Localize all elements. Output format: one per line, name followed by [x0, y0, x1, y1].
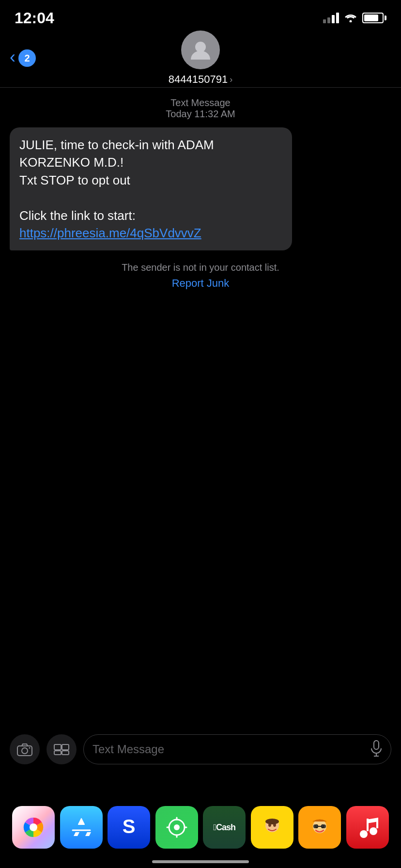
junk-notice: The sender is not in your contact list. …: [10, 262, 391, 290]
junk-notice-text: The sender is not in your contact list.: [10, 262, 391, 273]
svg-rect-4: [54, 744, 61, 750]
message-input[interactable]: Text Message: [83, 734, 391, 764]
svg-rect-7: [62, 751, 69, 755]
message-meta: Text Message Today 11:32 AM: [10, 97, 391, 120]
contact-detail-chevron-icon: ›: [230, 75, 232, 85]
svg-point-19: [174, 824, 180, 830]
message-channel-label: Text Message: [10, 97, 391, 108]
svg-rect-8: [374, 741, 379, 749]
dock: S Cash: [0, 806, 401, 849]
bubble-line1: JULIE, time to check-in with ADAM KORZEN…: [19, 138, 214, 170]
bubble-line3: Click the link to start:: [19, 208, 136, 223]
camera-button[interactable]: [10, 734, 40, 764]
mic-button[interactable]: [370, 740, 382, 759]
report-junk-button[interactable]: Report Junk: [10, 277, 391, 290]
bubble-link[interactable]: https://phreesia.me/4qSbVdvvvZ: [19, 226, 201, 240]
message-input-placeholder: Text Message: [93, 743, 164, 756]
svg-point-2: [22, 748, 28, 754]
message-bubble[interactable]: JULIE, time to check-in with ADAM KORZEN…: [10, 127, 292, 250]
svg-point-33: [370, 827, 377, 835]
input-bar: Text Message: [0, 728, 401, 771]
svg-point-0: [195, 42, 206, 52]
svg-rect-6: [54, 751, 61, 755]
contact-number[interactable]: 8444150791 ›: [169, 73, 232, 86]
message-timestamp: Today 11:32 AM: [10, 108, 391, 120]
dock-memoji2-icon[interactable]: [298, 806, 341, 849]
incoming-message-row: JULIE, time to check-in with ADAM KORZEN…: [10, 127, 391, 250]
svg-text:S: S: [123, 816, 136, 837]
contact-header: 8444150791 ›: [169, 31, 232, 86]
status-bar: 12:04: [0, 0, 401, 29]
back-count-badge: 2: [18, 49, 36, 67]
dock-shazam-icon[interactable]: S: [108, 806, 150, 849]
svg-rect-30: [321, 824, 326, 828]
back-chevron-icon: ‹: [10, 48, 15, 66]
cash-label: Cash: [213, 822, 235, 833]
nav-bar: ‹ 2 8444150791 ›: [0, 29, 401, 87]
svg-rect-5: [62, 744, 69, 750]
apps-button[interactable]: [46, 734, 77, 764]
dock-cash-icon[interactable]: Cash: [203, 806, 246, 849]
dock-appstore-icon[interactable]: [60, 806, 103, 849]
svg-point-32: [360, 830, 368, 838]
svg-rect-29: [313, 824, 318, 828]
dock-findmy-icon[interactable]: [155, 806, 198, 849]
battery-icon: [362, 13, 386, 23]
status-icons: [323, 12, 386, 24]
svg-point-11: [30, 823, 37, 831]
bubble-line2: Txt STOP to opt out: [19, 173, 130, 187]
svg-point-23: [265, 819, 279, 824]
dock-music-icon[interactable]: [346, 806, 389, 849]
back-button[interactable]: ‹ 2: [10, 49, 36, 67]
dock-photos-icon[interactable]: [12, 806, 55, 849]
status-time: 12:04: [15, 9, 54, 27]
contact-avatar: [181, 31, 220, 69]
wifi-icon: [344, 12, 357, 24]
home-indicator: [152, 860, 249, 863]
svg-point-3: [29, 747, 31, 749]
message-area: Text Message Today 11:32 AM JULIE, time …: [0, 88, 401, 290]
dock-memoji1-icon[interactable]: [251, 806, 293, 849]
signal-icon: [323, 13, 339, 23]
